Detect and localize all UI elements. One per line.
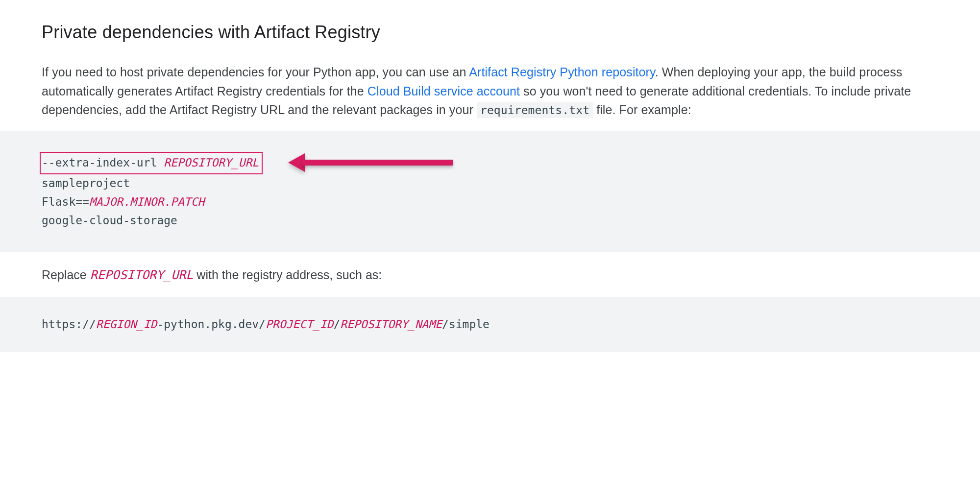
replace-instruction: Replace REPOSITORY_URL with the registry… xyxy=(42,265,938,285)
code-line-url: https://REGION_ID-python.pkg.dev/PROJECT… xyxy=(42,315,938,334)
artifact-registry-link[interactable]: Artifact Registry Python repository xyxy=(469,65,655,79)
repository-url-var: REPOSITORY_URL xyxy=(164,156,259,169)
code-line-2: sampleproject xyxy=(42,174,938,193)
intro-paragraph: If you need to host private dependencies… xyxy=(42,63,938,119)
code-text: --extra-index-url xyxy=(42,156,164,169)
intro-text-1: If you need to host private dependencies… xyxy=(42,65,469,79)
registry-url-codeblock: https://REGION_ID-python.pkg.dev/PROJECT… xyxy=(0,297,980,353)
minor-var: MINOR xyxy=(130,195,164,208)
code-text: / xyxy=(333,318,340,331)
requirements-file-code: requirements.txt xyxy=(477,102,593,118)
cloud-build-service-account-link[interactable]: Cloud Build service account xyxy=(368,84,520,98)
code-line-1: --extra-index-url REPOSITORY_URL xyxy=(42,152,938,174)
replace-text-2: with the registry address, such as: xyxy=(193,268,382,282)
project-id-var: PROJECT_ID xyxy=(266,318,333,331)
code-line-3: Flask==MAJOR.MINOR.PATCH xyxy=(42,193,938,212)
code-text: https:// xyxy=(42,318,96,331)
replace-text-1: Replace xyxy=(42,268,90,282)
code-text: Flask== xyxy=(42,195,89,208)
intro-text-4: file. For example: xyxy=(593,103,691,117)
code-line-4: google-cloud-storage xyxy=(42,212,938,230)
code-text: -python.pkg.dev/ xyxy=(157,318,266,331)
patch-var: PATCH xyxy=(171,195,204,208)
region-id-var: REGION_ID xyxy=(96,318,157,331)
dot: . xyxy=(164,195,171,208)
highlighted-extra-index-url: --extra-index-url REPOSITORY_URL xyxy=(40,152,263,174)
repository-name-var: REPOSITORY_NAME xyxy=(340,318,442,331)
repository-url-var-inline: REPOSITORY_URL xyxy=(90,268,194,282)
major-var: MAJOR xyxy=(89,195,123,208)
dot: . xyxy=(123,195,130,208)
requirements-example-codeblock: --extra-index-url REPOSITORY_URL samplep… xyxy=(0,131,980,252)
code-text: /simple xyxy=(442,318,490,331)
section-heading: Private dependencies with Artifact Regis… xyxy=(42,19,938,46)
